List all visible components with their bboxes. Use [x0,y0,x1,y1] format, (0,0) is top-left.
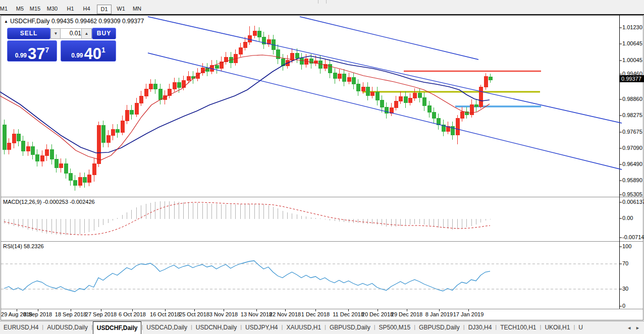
chart-tab-usdcnh-daily[interactable]: USDCNH,Daily [192,321,240,334]
current-price-tag: 0.99377 [620,75,644,82]
chart-tab-gbpusd-daily[interactable]: GBPUSD,Daily [415,321,463,334]
buy-button[interactable]: BUY [92,28,116,39]
chart-header: ▲USDCHF,Daily 0.99435 0.99462 0.99309 0.… [4,18,144,25]
timeframe-button-h1[interactable]: H1 [64,5,77,13]
sell-button[interactable]: SELL [7,28,50,39]
timeframe-button-m15[interactable]: M15 [28,5,42,13]
date-axis-label: 18 Sep 2018 [55,311,86,317]
timeframe-button-m5[interactable]: M5 [13,5,27,13]
timeframe-button-d1[interactable]: D1 [97,5,112,14]
chart-tab-bar: EURUSD,H4|AUDUSD,Daily|USDCHF,Daily|USDC… [0,321,644,334]
chart-tab-xauusd-h1[interactable]: XAUUSD,H1 [283,321,325,334]
rsi-axis-label: 0 [622,303,625,309]
chart-tab-eurusd-h4[interactable]: EURUSD,H4 [0,321,42,334]
chart-tab-sp500-m15[interactable]: SP500,M15 [375,321,414,334]
macd-axis-label: 0.00 [622,215,633,221]
date-axis-label: 13 Nov 2018 [241,311,272,317]
price-axis-label: 0.95305 [622,191,642,197]
chart-tab-usdchf-daily[interactable]: USDCHF,Daily [93,321,142,334]
chart-tab-dj30-h4[interactable]: DJ30,H4 [465,321,496,334]
rsi-axis-label: 30 [622,286,628,292]
volume-input[interactable]: 0.01 [60,28,84,39]
sell-price-big: 37 [28,46,45,61]
price-axis-label: 0.98860 [622,96,642,102]
price-axis-label: 0.95890 [622,177,642,183]
date-axis-label: 1 Dec 2018 [301,311,330,317]
timeframe-button-w1[interactable]: W1 [114,5,128,13]
tab-scroll-left-icon[interactable]: ◄ [627,325,631,330]
chart-tab-tech100-h1[interactable]: TECH100,H1 [497,321,540,334]
chart-tab-ukoil-h1[interactable]: UKOil,H1 [541,321,573,334]
date-axis-label: 3 Nov 2018 [209,311,238,317]
price-axis-label: 0.98275 [622,112,642,118]
date-axis-label: 8 Jan 2019 [425,311,453,317]
chart-tab-usdjpy-h4[interactable]: USDJPY,H4 [242,321,281,334]
timeframe-toolbar: M1M5M15M30H1H4D1W1MN [0,4,644,14]
price-axis-label: 1.01230 [622,24,642,30]
mt4-terminal: M1M5M15M30H1H4D1W1MN ▲USDCHF,Daily 0.994… [0,0,644,334]
macd-axis-label: 0.006137 [622,199,644,205]
chart-tab-audusd-daily[interactable]: AUDUSD,Daily [43,321,91,334]
date-axis-label: 8 Sep 2018 [24,311,52,317]
buy-price-sup: 1 [101,46,105,54]
symbol-ohlc-text: USDCHF,Daily 0.99435 0.99462 0.99309 0.9… [10,18,144,25]
macd-axis-label: -0.007142 [622,234,644,240]
macd-label: MACD(12,26,9) -0.000253 -0.002426 [3,199,95,205]
date-axis-label: 27 Sep 2018 [85,311,117,317]
date-axis-label: 11 Dec 2018 [333,311,364,317]
price-axis-label: 0.97675 [622,129,642,135]
price-axis-label: 0.96490 [622,161,642,167]
collapse-triangle-icon[interactable]: ▲ [4,19,8,24]
rsi-axis-label: 100 [622,243,631,249]
date-axis-label: 17 Jan 2019 [453,311,484,317]
rsi-label: RSI(14) 58.2326 [3,243,44,249]
buy-price-big: 40 [84,46,101,61]
price-axis-label: 0.97090 [622,145,642,151]
date-axis-label: 16 Oct 2018 [150,311,180,317]
sell-price-sup: 7 [45,46,49,54]
date-axis-label: 20 Dec 2018 [362,311,393,317]
one-click-trading-panel: SELL ▼ 0.01 ▲ BUY 0.99 37 7 0.99 40 1 [7,28,115,61]
chart-tab-usdcad-daily[interactable]: USDCAD,Daily [143,321,191,334]
chart-tab-gbpusd-daily[interactable]: GBPUSD,Daily [326,321,374,334]
sell-price-small: 0.99 [15,52,27,59]
buy-price-display[interactable]: 0.99 40 1 [61,40,116,62]
tab-scroll-nav: ◄► [627,321,644,334]
toolbar-separator [326,0,327,4]
timeframe-button-mn[interactable]: MN [130,5,144,13]
tab-scroll-right-icon[interactable]: ► [635,325,640,330]
rsi-axis-label: 70 [622,260,628,266]
date-axis-label: 22 Nov 2018 [270,311,301,317]
timeframe-button-m30[interactable]: M30 [45,5,59,13]
buy-price-small: 0.99 [71,52,83,59]
timeframe-button-m1[interactable]: M1 [0,5,11,13]
date-axis-label: 6 Oct 2018 [119,311,146,317]
volume-decrease-button[interactable]: ▼ [50,28,61,39]
toolbar-separator [318,0,318,4]
date-axis-label: 29 Dec 2018 [391,311,422,317]
chart-tab-u[interactable]: U [575,321,586,334]
sell-price-display[interactable]: 0.99 37 7 [7,40,57,62]
price-axis-label: 1.00645 [622,40,642,46]
date-axis-label: 25 Oct 2018 [179,311,209,317]
volume-increase-button[interactable]: ▲ [81,28,92,39]
timeframe-button-h4[interactable]: H4 [80,5,93,13]
price-axis-label: 1.00045 [622,57,642,63]
